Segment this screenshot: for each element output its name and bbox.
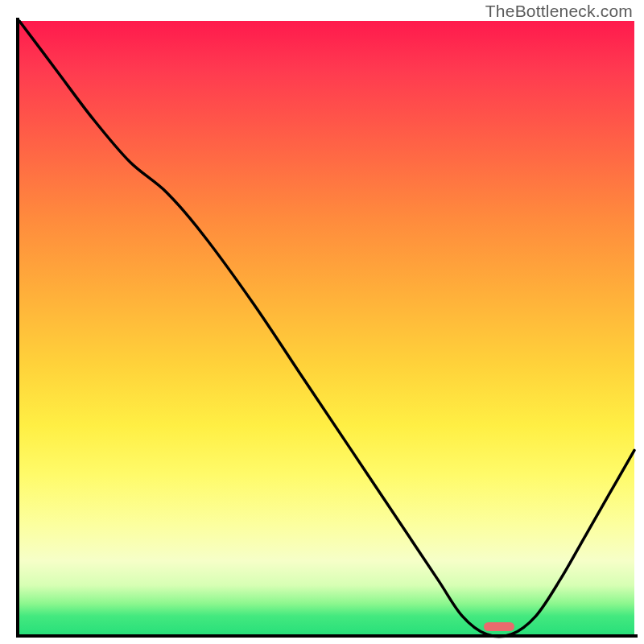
x-axis-line	[16, 634, 638, 638]
curve-path	[19, 21, 634, 637]
watermark-text: TheBottleneck.com	[485, 2, 633, 21]
bottleneck-curve	[19, 21, 634, 634]
bottleneck-chart: TheBottleneck.com	[0, 0, 644, 644]
optimal-zone-marker	[484, 622, 514, 631]
